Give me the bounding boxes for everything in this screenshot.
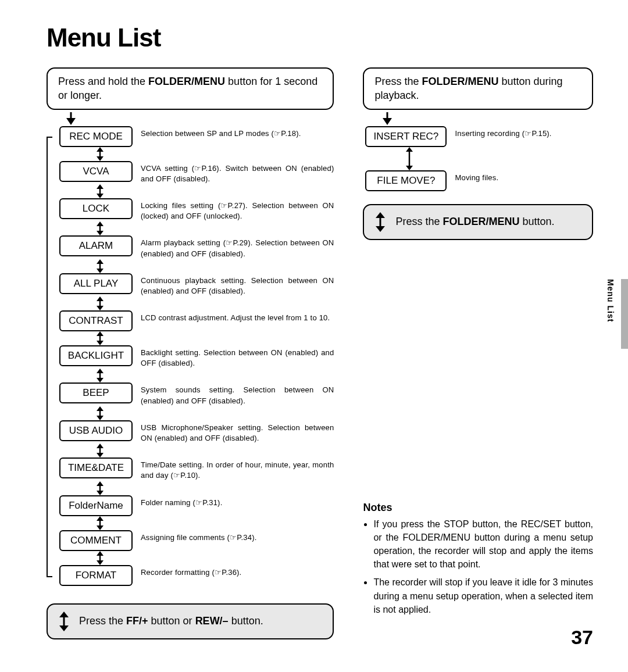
menu-item-box: REC MODE	[59, 126, 133, 147]
text: button.	[229, 615, 263, 627]
svg-marker-31	[97, 491, 104, 495]
notes-section: Notes If you press the STOP button, the …	[363, 502, 593, 616]
svg-marker-34	[97, 526, 104, 530]
menu-item-desc: Locking files setting (☞P.27). Selection…	[141, 198, 334, 221]
menu-item-desc: Assigning file comments (☞P.34).	[141, 530, 257, 543]
menu-item-box: ALL PLAY	[59, 273, 133, 294]
up-down-arrow-icon	[94, 444, 106, 457]
menu-row: INSERT REC?Inserting recording (☞P.15).	[365, 126, 593, 147]
svg-marker-48	[376, 226, 385, 232]
text-bold: FOLDER/MENU	[443, 216, 519, 227]
menu-item-desc: Selection between SP and LP modes (☞P.18…	[141, 126, 301, 139]
up-down-arrow-icon	[94, 481, 106, 495]
menu-item-box: USB AUDIO	[59, 420, 133, 441]
menu-item-box: BACKLIGHT	[59, 345, 133, 366]
menu-row: FILE MOVE?Moving files.	[365, 170, 593, 191]
text: Press the	[395, 216, 443, 227]
svg-marker-37	[97, 560, 104, 565]
menu-item-desc: Continuous playback setting. Selection b…	[141, 273, 334, 296]
menu-item-desc: Folder naming (☞P.31).	[141, 495, 222, 508]
arrow-down-icon	[381, 112, 593, 125]
svg-marker-4	[97, 156, 104, 161]
svg-marker-10	[97, 231, 104, 235]
up-down-arrow-icon	[94, 296, 106, 310]
menu-item-desc: VCVA setting (☞P.16). Switch between ON …	[141, 161, 334, 184]
menu-item-box: FolderName	[59, 495, 133, 516]
menu-row: ALARMAlarm playback setting (☞P.29). Sel…	[59, 235, 334, 259]
menu-item-box: ALARM	[59, 235, 133, 256]
right-menu-chain: INSERT REC?Inserting recording (☞P.15).F…	[363, 126, 593, 191]
menu-item-desc: Recorder formatting (☞P.36).	[141, 565, 241, 578]
menu-row: VCVAVCVA setting (☞P.16). Switch between…	[59, 161, 334, 184]
up-down-arrow-icon	[374, 212, 386, 232]
menu-item-desc: System sounds setting. Selection between…	[141, 383, 334, 406]
menu-item-desc: Alarm playback setting (☞P.29). Selectio…	[141, 235, 334, 259]
text: button.	[519, 216, 554, 227]
svg-marker-7	[97, 194, 104, 198]
notes-heading: Notes	[363, 502, 593, 514]
up-down-arrow-icon	[94, 184, 106, 198]
side-tab-label: Menu List	[606, 279, 615, 322]
menu-row: FolderNameFolder naming (☞P.31).	[59, 495, 334, 516]
menu-row: LOCKLocking files setting (☞P.27). Selec…	[59, 198, 334, 221]
arrow-down-icon	[65, 112, 334, 125]
text: Press and hold the	[58, 76, 148, 87]
svg-marker-45	[406, 166, 413, 170]
menu-item-desc: Inserting recording (☞P.15).	[455, 126, 551, 139]
menu-item-desc: LCD contrast adjustment. Adjust the leve…	[141, 310, 330, 323]
up-down-arrow-icon	[94, 551, 106, 565]
menu-item-box: COMMENT	[59, 530, 133, 551]
text-bold: FOLDER/MENU	[422, 76, 498, 87]
text-bold: REW/–	[195, 615, 229, 627]
left-menu-chain: REC MODESelection between SP and LP mode…	[47, 126, 334, 586]
text-bold: FOLDER/MENU	[148, 76, 225, 87]
svg-marker-28	[97, 453, 104, 457]
menu-item-box: FILE MOVE?	[365, 170, 447, 191]
svg-marker-25	[97, 416, 104, 420]
svg-marker-22	[97, 378, 104, 383]
menu-item-box: TIME&DATE	[59, 457, 133, 478]
menu-row: ALL PLAYContinuous playback setting. Sel…	[59, 273, 334, 296]
menu-row: USB AUDIOUSB Microphone/Speaker setting.…	[59, 420, 334, 444]
menu-item-desc: Backlight setting. Selection between ON …	[141, 345, 334, 369]
svg-marker-16	[97, 306, 104, 310]
right-column: Press the FOLDER/MENU button during play…	[363, 67, 593, 639]
note-item: If you press the STOP button, the REC/SE…	[373, 517, 593, 571]
up-down-arrow-icon	[58, 612, 70, 631]
up-down-arrow-icon	[94, 369, 106, 383]
menu-item-box: LOCK	[59, 198, 133, 219]
left-footer-box: Press the FF/+ button or REW/– button.	[47, 603, 334, 639]
menu-row: FORMATRecorder formatting (☞P.36).	[59, 565, 334, 586]
menu-row: COMMENTAssigning file comments (☞P.34).	[59, 530, 334, 551]
svg-marker-40	[59, 625, 69, 631]
left-instruction-box: Press and hold the FOLDER/MENU button fo…	[47, 67, 334, 110]
menu-item-box: FORMAT	[59, 565, 133, 586]
menu-item-desc: USB Microphone/Speaker setting. Selectio…	[141, 420, 334, 444]
page-title: Menu List	[47, 23, 593, 52]
right-instruction-box: Press the FOLDER/MENU button during play…	[363, 67, 593, 110]
svg-marker-42	[383, 118, 392, 125]
page-number: 37	[571, 626, 593, 649]
menu-row: BACKLIGHTBacklight setting. Selection be…	[59, 345, 334, 369]
menu-row: CONTRASTLCD contrast adjustment. Adjust …	[59, 310, 334, 331]
menu-row: BEEPSystem sounds setting. Selection bet…	[59, 383, 334, 406]
menu-item-box: INSERT REC?	[365, 126, 447, 147]
up-down-arrow-icon	[404, 147, 415, 170]
text: button or	[148, 615, 195, 627]
menu-row: REC MODESelection between SP and LP mode…	[59, 126, 334, 147]
note-item: The recorder will stop if you leave it i…	[373, 576, 593, 616]
up-down-arrow-icon	[94, 147, 106, 161]
svg-marker-1	[66, 118, 76, 125]
text-bold: FF/+	[126, 615, 148, 627]
svg-marker-13	[97, 269, 104, 273]
menu-item-desc: Moving files.	[455, 170, 498, 183]
text: Press the	[79, 615, 126, 627]
text: Press the	[374, 76, 422, 87]
side-tab-block	[621, 279, 628, 349]
menu-item-box: BEEP	[59, 383, 133, 403]
svg-marker-19	[97, 341, 104, 345]
up-down-arrow-icon	[94, 516, 106, 530]
menu-item-desc: Time/Date setting. In order of hour, min…	[141, 457, 334, 481]
up-down-arrow-icon	[94, 221, 106, 235]
up-down-arrow-icon	[94, 406, 106, 420]
